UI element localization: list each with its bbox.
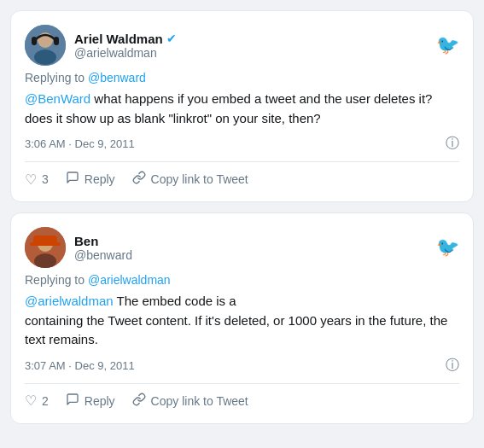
replying-to: Replying to @benward xyxy=(25,71,459,84)
user-info: Ariel Waldman ✔ @arielwaldman xyxy=(74,32,177,60)
tweet-meta: 3:06 AM · Dec 9, 2011 ⓘ xyxy=(25,135,459,153)
reply-icon xyxy=(66,393,79,410)
user-name-row: Ariel Waldman ✔ xyxy=(74,32,177,46)
like-count: 2 xyxy=(42,394,49,408)
svg-point-2 xyxy=(34,49,56,65)
like-button[interactable]: ♡ 2 xyxy=(25,393,49,409)
tweet-header-left: Ariel Waldman ✔ @arielwaldman xyxy=(25,25,177,66)
user-handle: @arielwaldman xyxy=(74,46,177,60)
link-icon xyxy=(132,171,146,188)
reply-button[interactable]: Reply xyxy=(66,171,115,188)
tweet-mention[interactable]: @arielwaldman xyxy=(25,294,114,308)
tweet-header: Ariel Waldman ✔ @arielwaldman 🐦 xyxy=(25,25,459,66)
info-icon[interactable]: ⓘ xyxy=(446,357,459,375)
replying-to-link[interactable]: @arielwaldman xyxy=(88,273,171,287)
user-name: Ben xyxy=(74,234,98,248)
like-button[interactable]: ♡ 3 xyxy=(25,172,49,188)
info-icon[interactable]: ⓘ xyxy=(446,135,459,153)
user-name-row: Ben xyxy=(74,234,132,248)
like-count: 3 xyxy=(42,172,49,186)
reply-label: Reply xyxy=(85,394,115,408)
replying-to-link[interactable]: @benward xyxy=(88,71,146,84)
tweet-actions: ♡ 2 Reply Copy link to Tweet xyxy=(25,383,459,410)
copy-link-label: Copy link to Tweet xyxy=(151,394,248,408)
user-name: Ariel Waldman xyxy=(74,32,163,46)
user-handle: @benward xyxy=(74,248,132,262)
copy-link-button[interactable]: Copy link to Tweet xyxy=(132,393,248,410)
twitter-bird-icon: 🐦 xyxy=(436,34,459,56)
tweet-header-left: Ben @benward xyxy=(25,227,132,268)
reply-label: Reply xyxy=(85,172,115,186)
user-info: Ben @benward xyxy=(74,234,132,262)
copy-link-button[interactable]: Copy link to Tweet xyxy=(132,171,248,188)
link-icon xyxy=(132,393,146,410)
reply-button[interactable]: Reply xyxy=(66,393,115,410)
tweet-mention[interactable]: @BenWard xyxy=(25,91,90,106)
avatar xyxy=(25,227,66,268)
tweet-time: 3:07 AM · Dec 9, 2011 xyxy=(25,359,135,372)
verified-icon: ✔ xyxy=(166,32,177,45)
tweet-card-1: Ariel Waldman ✔ @arielwaldman 🐦 Replying… xyxy=(10,10,474,202)
avatar xyxy=(25,25,66,66)
tweet-actions: ♡ 3 Reply Copy link to Tweet xyxy=(25,161,459,188)
tweet-header: Ben @benward 🐦 xyxy=(25,227,459,268)
svg-rect-9 xyxy=(30,242,61,246)
tweet-text: @BenWard what happens if you embed a twe… xyxy=(25,90,459,128)
tweet-time: 3:06 AM · Dec 9, 2011 xyxy=(25,137,135,150)
like-icon: ♡ xyxy=(25,172,37,188)
tweet-text: @arielwaldman The embed code is a contai… xyxy=(25,292,459,350)
reply-icon xyxy=(66,171,79,188)
copy-link-label: Copy link to Tweet xyxy=(151,172,248,186)
like-icon: ♡ xyxy=(25,393,37,409)
twitter-bird-icon: 🐦 xyxy=(436,236,459,259)
replying-to: Replying to @arielwaldman xyxy=(25,273,459,287)
tweet-card-2: Ben @benward 🐦 Replying to @arielwaldman… xyxy=(10,212,474,424)
tweet-meta: 3:07 AM · Dec 9, 2011 ⓘ xyxy=(25,357,459,375)
